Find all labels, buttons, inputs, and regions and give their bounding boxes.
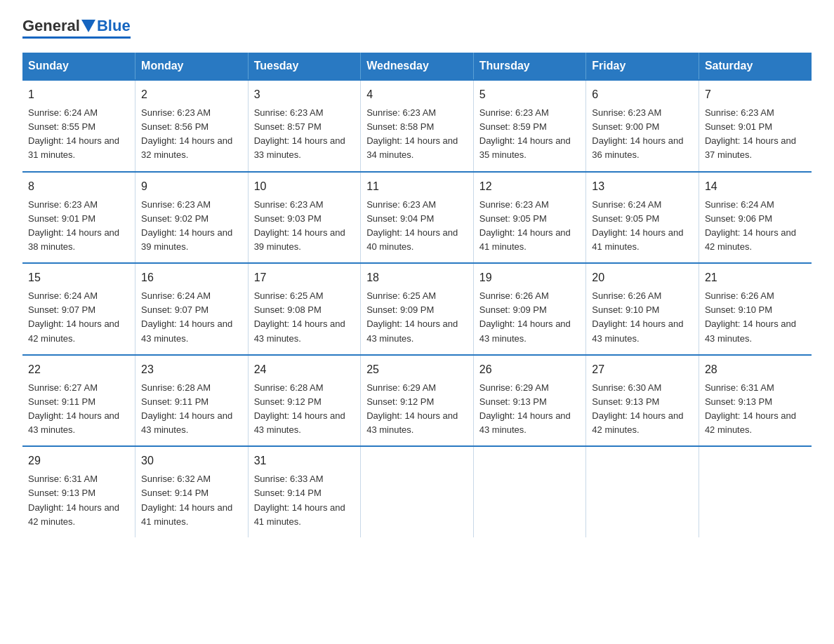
day-info: Sunrise: 6:24 AMSunset: 9:05 PMDaylight:…: [592, 199, 683, 252]
day-number: 3: [254, 86, 355, 103]
day-number: 7: [705, 86, 806, 103]
day-info: Sunrise: 6:25 AMSunset: 9:09 PMDaylight:…: [366, 290, 458, 343]
calendar-cell: 25Sunrise: 6:29 AMSunset: 9:12 PMDayligh…: [361, 355, 474, 447]
calendar-cell: [361, 446, 474, 537]
calendar-cell: 10Sunrise: 6:23 AMSunset: 9:03 PMDayligh…: [248, 172, 361, 264]
day-info: Sunrise: 6:23 AMSunset: 9:01 PMDaylight:…: [705, 107, 796, 160]
day-number: 2: [141, 86, 242, 103]
calendar-cell: 18Sunrise: 6:25 AMSunset: 9:09 PMDayligh…: [361, 263, 474, 355]
day-number: 27: [592, 361, 693, 378]
day-number: 26: [479, 361, 581, 378]
calendar-cell: 4Sunrise: 6:23 AMSunset: 8:58 PMDaylight…: [361, 80, 474, 172]
day-number: 22: [28, 361, 129, 378]
day-info: Sunrise: 6:26 AMSunset: 9:10 PMDaylight:…: [705, 290, 796, 343]
day-info: Sunrise: 6:29 AMSunset: 9:13 PMDaylight:…: [479, 382, 571, 435]
calendar-table: SundayMondayTuesdayWednesdayThursdayFrid…: [22, 53, 812, 537]
day-number: 24: [254, 361, 355, 378]
calendar-cell: 8Sunrise: 6:23 AMSunset: 9:01 PMDaylight…: [22, 172, 135, 264]
day-info: Sunrise: 6:26 AMSunset: 9:09 PMDaylight:…: [479, 290, 571, 343]
calendar-cell: 21Sunrise: 6:26 AMSunset: 9:10 PMDayligh…: [699, 263, 812, 355]
day-number: 14: [705, 178, 806, 195]
day-number: 29: [28, 452, 129, 469]
day-info: Sunrise: 6:28 AMSunset: 9:11 PMDaylight:…: [141, 382, 232, 435]
calendar-week-row: 29Sunrise: 6:31 AMSunset: 9:13 PMDayligh…: [22, 446, 812, 537]
calendar-cell: 31Sunrise: 6:33 AMSunset: 9:14 PMDayligh…: [248, 446, 361, 537]
day-number: 31: [254, 452, 355, 469]
day-info: Sunrise: 6:23 AMSunset: 8:58 PMDaylight:…: [366, 107, 458, 160]
weekday-header-wednesday: Wednesday: [361, 53, 474, 80]
day-info: Sunrise: 6:31 AMSunset: 9:13 PMDaylight:…: [28, 474, 119, 526]
day-number: 6: [592, 86, 693, 103]
logo-blue-text: Blue: [97, 17, 131, 35]
day-number: 11: [366, 178, 468, 195]
day-info: Sunrise: 6:24 AMSunset: 9:06 PMDaylight:…: [705, 199, 796, 252]
weekday-header-row: SundayMondayTuesdayWednesdayThursdayFrid…: [22, 53, 812, 80]
day-number: 13: [592, 178, 693, 195]
day-number: 23: [141, 361, 242, 378]
day-number: 4: [366, 86, 468, 103]
day-info: Sunrise: 6:24 AMSunset: 9:07 PMDaylight:…: [141, 290, 232, 343]
day-info: Sunrise: 6:23 AMSunset: 9:04 PMDaylight:…: [366, 199, 458, 252]
day-info: Sunrise: 6:33 AMSunset: 9:14 PMDaylight:…: [254, 474, 345, 526]
day-info: Sunrise: 6:23 AMSunset: 9:05 PMDaylight:…: [479, 199, 571, 252]
calendar-cell: 6Sunrise: 6:23 AMSunset: 9:00 PMDaylight…: [586, 80, 699, 172]
calendar-week-row: 8Sunrise: 6:23 AMSunset: 9:01 PMDaylight…: [22, 172, 812, 264]
calendar-cell: 2Sunrise: 6:23 AMSunset: 8:56 PMDaylight…: [135, 80, 249, 172]
day-number: 8: [28, 178, 129, 195]
day-info: Sunrise: 6:23 AMSunset: 8:57 PMDaylight:…: [254, 107, 345, 160]
logo-underline: [22, 36, 131, 39]
day-info: Sunrise: 6:23 AMSunset: 9:03 PMDaylight:…: [254, 199, 345, 252]
day-number: 1: [28, 86, 129, 103]
day-info: Sunrise: 6:31 AMSunset: 9:13 PMDaylight:…: [705, 382, 796, 435]
day-number: 28: [705, 361, 806, 378]
calendar-cell: 1Sunrise: 6:24 AMSunset: 8:55 PMDaylight…: [22, 80, 135, 172]
day-number: 30: [141, 452, 242, 469]
day-info: Sunrise: 6:24 AMSunset: 8:55 PMDaylight:…: [28, 107, 119, 160]
weekday-header-monday: Monday: [135, 53, 249, 80]
calendar-cell: 7Sunrise: 6:23 AMSunset: 9:01 PMDaylight…: [699, 80, 812, 172]
day-number: 10: [254, 178, 355, 195]
calendar-cell: 26Sunrise: 6:29 AMSunset: 9:13 PMDayligh…: [473, 355, 586, 447]
page-header: General Blue: [22, 17, 812, 39]
day-number: 17: [254, 269, 355, 286]
calendar-cell: 13Sunrise: 6:24 AMSunset: 9:05 PMDayligh…: [586, 172, 699, 264]
calendar-cell: 5Sunrise: 6:23 AMSunset: 8:59 PMDaylight…: [473, 80, 586, 172]
calendar-cell: [473, 446, 586, 537]
calendar-cell: 9Sunrise: 6:23 AMSunset: 9:02 PMDaylight…: [135, 172, 249, 264]
calendar-cell: 15Sunrise: 6:24 AMSunset: 9:07 PMDayligh…: [22, 263, 135, 355]
day-info: Sunrise: 6:29 AMSunset: 9:12 PMDaylight:…: [366, 382, 458, 435]
day-number: 21: [705, 269, 806, 286]
calendar-cell: 14Sunrise: 6:24 AMSunset: 9:06 PMDayligh…: [699, 172, 812, 264]
logo-general-text: General: [22, 17, 80, 35]
calendar-cell: 17Sunrise: 6:25 AMSunset: 9:08 PMDayligh…: [248, 263, 361, 355]
calendar-cell: 29Sunrise: 6:31 AMSunset: 9:13 PMDayligh…: [22, 446, 135, 537]
calendar-cell: [699, 446, 812, 537]
logo-triangle-icon: [81, 20, 95, 32]
calendar-cell: 11Sunrise: 6:23 AMSunset: 9:04 PMDayligh…: [361, 172, 474, 264]
calendar-cell: 24Sunrise: 6:28 AMSunset: 9:12 PMDayligh…: [248, 355, 361, 447]
day-info: Sunrise: 6:23 AMSunset: 9:01 PMDaylight:…: [28, 199, 119, 252]
day-number: 20: [592, 269, 693, 286]
day-number: 12: [479, 178, 581, 195]
day-info: Sunrise: 6:23 AMSunset: 9:00 PMDaylight:…: [592, 107, 683, 160]
day-info: Sunrise: 6:32 AMSunset: 9:14 PMDaylight:…: [141, 474, 232, 526]
weekday-header-friday: Friday: [586, 53, 699, 80]
calendar-cell: 23Sunrise: 6:28 AMSunset: 9:11 PMDayligh…: [135, 355, 249, 447]
day-number: 19: [479, 269, 581, 286]
calendar-cell: 16Sunrise: 6:24 AMSunset: 9:07 PMDayligh…: [135, 263, 249, 355]
logo: General Blue: [22, 17, 131, 39]
calendar-cell: 19Sunrise: 6:26 AMSunset: 9:09 PMDayligh…: [473, 263, 586, 355]
day-info: Sunrise: 6:25 AMSunset: 9:08 PMDaylight:…: [254, 290, 345, 343]
calendar-cell: 28Sunrise: 6:31 AMSunset: 9:13 PMDayligh…: [699, 355, 812, 447]
calendar-cell: 12Sunrise: 6:23 AMSunset: 9:05 PMDayligh…: [473, 172, 586, 264]
day-number: 18: [366, 269, 468, 286]
calendar-week-row: 15Sunrise: 6:24 AMSunset: 9:07 PMDayligh…: [22, 263, 812, 355]
day-number: 9: [141, 178, 242, 195]
calendar-cell: 3Sunrise: 6:23 AMSunset: 8:57 PMDaylight…: [248, 80, 361, 172]
day-info: Sunrise: 6:24 AMSunset: 9:07 PMDaylight:…: [28, 290, 119, 343]
day-info: Sunrise: 6:23 AMSunset: 8:59 PMDaylight:…: [479, 107, 571, 160]
calendar-cell: 20Sunrise: 6:26 AMSunset: 9:10 PMDayligh…: [586, 263, 699, 355]
weekday-header-thursday: Thursday: [473, 53, 586, 80]
weekday-header-sunday: Sunday: [22, 53, 135, 80]
calendar-week-row: 22Sunrise: 6:27 AMSunset: 9:11 PMDayligh…: [22, 355, 812, 447]
